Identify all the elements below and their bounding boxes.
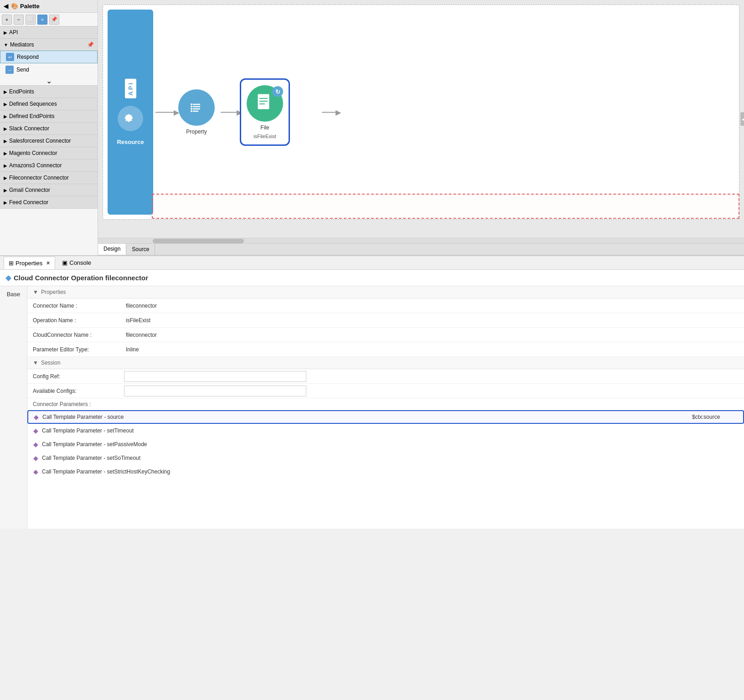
respond-label: Respond — [17, 54, 39, 60]
palette-section-api-header[interactable]: ▶ API — [0, 26, 98, 38]
palette-item-respond[interactable]: ↩ Respond — [0, 51, 98, 63]
property-list-svg — [186, 98, 207, 118]
available-configs-input[interactable] — [124, 386, 306, 396]
props-row-operation-name: Operation Name : isFileExist — [27, 313, 744, 328]
props-row-cloud-connector-name: CloudConnector Name : fileconnector — [27, 328, 744, 342]
config-ref-input[interactable] — [124, 371, 306, 382]
canvas-scrollbar[interactable] — [98, 238, 744, 243]
mediators-pin-icon[interactable]: 📌 — [87, 41, 94, 48]
param-source-value: $ctx:source — [692, 414, 738, 420]
send-label: Send — [16, 67, 29, 73]
palette-section-api: ▶ API — [0, 26, 98, 39]
connector-params-label: Connector Parameters : — [33, 401, 91, 407]
palette-section-endpoints-header[interactable]: ▶ EndPoints — [0, 86, 98, 98]
props-section-session-header[interactable]: ▼ Session — [27, 357, 744, 369]
param-row-source[interactable]: ◆ Call Template Parameter - source $ctx:… — [27, 410, 744, 424]
main-container: ◀ 🎨 Palette + − ⬜ + 📌 ▶ API — [0, 0, 744, 700]
param-setSoTimeout-diamond-icon: ◆ — [33, 454, 38, 462]
refresh-badge: ↻ — [272, 86, 283, 97]
respond-icon: ↩ — [6, 53, 14, 61]
svg-point-0 — [188, 99, 205, 116]
param-setTimeout-text: Call Template Parameter - setTimeout — [42, 427, 738, 434]
config-ref-label: Config Ref: — [33, 373, 124, 380]
palette-section-mediators-header[interactable]: ▼ Mediators 📌 — [0, 39, 98, 51]
palette-item-send[interactable]: → Send — [0, 63, 98, 76]
fileconnector-label: Fileconnector Connector — [9, 175, 69, 181]
canvas-main[interactable]: API Resource ▶ — [98, 0, 744, 238]
select-button[interactable]: ⬜ — [26, 15, 36, 25]
svg-point-5 — [191, 103, 192, 105]
api-badge: API — [125, 79, 136, 98]
palette-section-defined-sequences-header[interactable]: ▶ Defined Sequences — [0, 98, 98, 110]
parameter-editor-type-value: Inline — [124, 345, 739, 354]
palette-section-amazons3-header[interactable]: ▶ Amazons3 Connector — [0, 160, 98, 171]
flow-connector-1: ▶ — [155, 108, 179, 117]
parameter-editor-type-label: Parameter Editor Type: — [33, 346, 124, 353]
palette-section-salesforce-header[interactable]: ▶ Salesforcerest Connector — [0, 135, 98, 147]
palette-section-slack-header[interactable]: ▶ Slack Connector — [0, 123, 98, 134]
palette-section-fileconnector-header[interactable]: ▶ Fileconnector Connector — [0, 172, 98, 184]
zoom-in-button[interactable]: + — [2, 15, 12, 25]
palette-section-magento-header[interactable]: ▶ Magento Connector — [0, 147, 98, 159]
palette-section-feed-header[interactable]: ▶ Feed Connector — [0, 196, 98, 208]
add-button[interactable]: + — [37, 15, 47, 25]
connector-params-header: Connector Parameters : — [27, 398, 744, 410]
palette-section-magento-connector: ▶ Magento Connector — [0, 147, 98, 160]
zoom-out-button[interactable]: − — [14, 15, 24, 25]
amazons3-label: Amazons3 Connector — [9, 162, 62, 169]
source-tab-label: Source — [132, 246, 149, 252]
design-source-tabs: Design Source — [98, 243, 744, 255]
properties-tab-x[interactable]: ✕ — [46, 260, 50, 266]
palette-section-feed-connector: ▶ Feed Connector — [0, 196, 98, 209]
props-section-session: ▼ Session Config Ref: Available Configs: — [27, 357, 744, 398]
palette-section-mediators: ▼ Mediators 📌 ↩ Respond → Send ⌄ — [0, 39, 98, 86]
api-section-label: API — [9, 29, 18, 36]
tab-design[interactable]: Design — [98, 244, 126, 255]
operation-name-label: Operation Name : — [33, 317, 124, 324]
props-main: ▼ Properties Connector Name : fileconnec… — [27, 286, 744, 529]
palette-section-defined-endpoints-header[interactable]: ▶ Defined EndPoints — [0, 110, 98, 122]
param-row-setTimeout[interactable]: ◆ Call Template Parameter - setTimeout — [27, 424, 744, 438]
tab-console[interactable]: ▣ Console — [57, 257, 96, 269]
canvas-collapse-right[interactable]: ◀ — [740, 112, 744, 126]
param-row-setSoTimeout[interactable]: ◆ Call Template Parameter - setSoTimeout — [27, 451, 744, 465]
property-icon-circle — [178, 89, 215, 126]
cloud-connector-name-value: fileconnector — [124, 331, 739, 339]
property-label: Property — [186, 129, 207, 135]
title-diamond-icon: ◆ — [5, 273, 11, 282]
back-icon[interactable]: ◀ — [4, 3, 8, 10]
scrollbar-thumb[interactable] — [153, 239, 244, 243]
svg-point-6 — [191, 106, 192, 108]
param-source-diamond-icon: ◆ — [34, 413, 39, 421]
pin-button[interactable]: 📌 — [49, 15, 59, 25]
api-resource-block[interactable]: API Resource — [108, 10, 153, 215]
flow-connector-3: ▶ — [322, 108, 341, 117]
properties-icon: ⊞ — [9, 260, 14, 267]
palette-section-fileconnector-connector: ▶ Fileconnector Connector — [0, 172, 98, 184]
file-node[interactable]: ↻ File isFileExist — [240, 78, 290, 146]
param-row-setStrictHostKeyChecking[interactable]: ◆ Call Template Parameter - setStrictHos… — [27, 465, 744, 479]
salesforce-label: Salesforcerest Connector — [9, 138, 71, 144]
props-section-properties-header[interactable]: ▼ Properties — [27, 286, 744, 299]
palette-section-defined-sequences: ▶ Defined Sequences — [0, 98, 98, 110]
property-node[interactable]: Property — [178, 89, 215, 135]
tab-properties[interactable]: ⊞ Properties ✕ — [4, 257, 55, 269]
design-tab-label: Design — [103, 246, 120, 252]
gmail-label: Gmail Connector — [9, 187, 50, 193]
props-row-available-configs: Available Configs: — [27, 384, 744, 398]
props-content-area: Base ▼ Properties Connector Name : filec… — [0, 286, 744, 529]
param-row-setPassiveMode[interactable]: ◆ Call Template Parameter - setPassiveMo… — [27, 438, 744, 451]
gear-icon — [118, 106, 143, 131]
properties-title: ◆ Cloud Connector Operation fileconnecto… — [0, 270, 744, 286]
endpoints-label: EndPoints — [9, 88, 34, 95]
fault-sequence-area — [152, 194, 739, 219]
palette-section-gmail-header[interactable]: ▶ Gmail Connector — [0, 184, 98, 196]
tab-source[interactable]: Source — [126, 244, 155, 255]
mediators-expand-icon[interactable]: ⌄ — [46, 77, 52, 85]
base-label: Base — [7, 291, 21, 298]
gear-svg — [122, 110, 139, 127]
param-setPassiveMode-diamond-icon: ◆ — [33, 441, 38, 448]
palette-section-endpoints: ▶ EndPoints — [0, 86, 98, 98]
session-section-arrow-icon: ▼ — [33, 360, 38, 366]
props-row-parameter-editor-type: Parameter Editor Type: Inline — [27, 342, 744, 357]
